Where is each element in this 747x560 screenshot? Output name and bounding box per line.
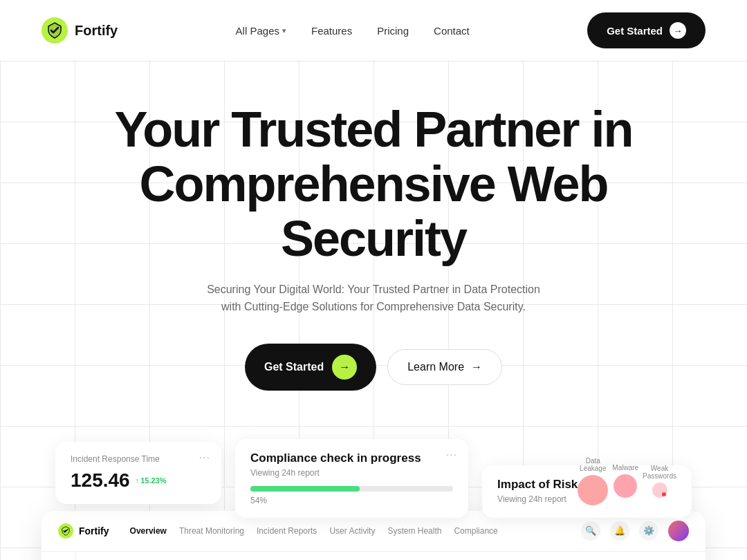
dash-nav-overview[interactable]: Overview xyxy=(130,526,167,536)
bubble-label: Malware xyxy=(612,464,638,472)
hero-buttons: Get Started → Learn More → xyxy=(69,344,678,391)
hero-section: Your Trusted Partner in Comprehensive We… xyxy=(0,61,747,418)
incident-badge: ↑ 15.23% xyxy=(136,476,167,485)
bubble-dot xyxy=(662,492,666,496)
bubble-medium xyxy=(614,474,637,498)
arrow-icon: → xyxy=(670,22,686,39)
bubble-small xyxy=(652,483,667,498)
dashboard-logo-icon xyxy=(58,523,73,539)
progress-bar-fill xyxy=(250,486,360,492)
bubble-label: DataLeakage xyxy=(580,457,606,472)
hero-get-started-button[interactable]: Get Started → xyxy=(245,344,376,391)
nav-link-all-pages[interactable]: All Pages ▾ xyxy=(236,25,286,37)
dashboard-body: ⌂ 📊 ⊞ Data Security Analysis Number of t… xyxy=(42,552,706,560)
incident-response-card: ··· Incident Response Time 125.46 ↑ 15.2… xyxy=(55,442,221,504)
compliance-card: ··· Compliance check in progress Viewing… xyxy=(235,439,468,518)
nav-link-features[interactable]: Features xyxy=(311,25,352,37)
nav-links: All Pages ▾ Features Pricing Contact xyxy=(236,25,470,37)
chevron-down-icon: ▾ xyxy=(282,26,286,35)
nav-link-contact[interactable]: Contact xyxy=(434,25,470,37)
hero-subtitle: Securing Your Digital World: Your Truste… xyxy=(201,281,546,316)
progress-bar-background xyxy=(250,486,453,492)
bubble-large xyxy=(578,475,608,505)
compliance-title: Compliance check in progress xyxy=(250,451,453,465)
dashboard-nav-links: Overview Threat Monitoring Incident Repo… xyxy=(130,526,567,536)
dashboard-sidebar: ⌂ 📊 ⊞ xyxy=(42,552,76,560)
dash-nav-threat[interactable]: Threat Monitoring xyxy=(179,526,244,536)
gear-icon[interactable]: ⚙️ xyxy=(639,521,658,541)
nav-link-pricing[interactable]: Pricing xyxy=(377,25,409,37)
dash-nav-compliance[interactable]: Compliance xyxy=(454,526,497,536)
risk-subtitle: Viewing 24h report xyxy=(497,494,578,504)
bubble-label: WeakPasswords xyxy=(643,465,676,480)
bubble-data-leakage: DataLeakage xyxy=(578,457,608,505)
risk-card: Impact of Risk Viewing 24h report DataLe… xyxy=(482,465,692,518)
hero-title: Your Trusted Partner in Comprehensive We… xyxy=(69,102,678,267)
arrow-circle-icon: → xyxy=(332,355,357,380)
logo-icon xyxy=(42,17,68,44)
bell-icon[interactable]: 🔔 xyxy=(610,521,629,541)
logo-text: Fortify xyxy=(75,23,118,39)
incident-title: Incident Response Time xyxy=(71,454,206,464)
logo[interactable]: Fortify xyxy=(42,17,118,44)
risk-bubbles: DataLeakage Malware WeakPasswords xyxy=(578,457,676,505)
dashboard-nav-icons: 🔍 🔔 ⚙️ xyxy=(581,521,689,541)
floating-cards: ··· Incident Response Time 125.46 ↑ 15.2… xyxy=(42,439,706,518)
dashboard-logo: Fortify xyxy=(58,523,109,539)
bubble-weak-passwords: WeakPasswords xyxy=(643,465,676,498)
navbar: Fortify All Pages ▾ Features Pricing Con… xyxy=(0,0,747,61)
bubble-malware: Malware xyxy=(612,464,638,498)
compliance-subtitle: Viewing 24h report xyxy=(250,468,453,478)
dashboard-card: Fortify Overview Threat Monitoring Incid… xyxy=(42,511,706,560)
dash-nav-health[interactable]: System Health xyxy=(387,526,441,536)
search-icon[interactable]: 🔍 xyxy=(581,521,600,541)
card-menu-icon[interactable]: ··· xyxy=(199,451,210,464)
dashboard-brand: Fortify xyxy=(79,525,109,536)
risk-title: Impact of Risk xyxy=(497,478,578,492)
progress-percentage: 54% xyxy=(250,496,453,505)
avatar[interactable] xyxy=(668,521,689,541)
nav-get-started-button[interactable]: Get Started → xyxy=(587,12,706,48)
incident-value: 125.46 ↑ 15.23% xyxy=(71,469,206,492)
card-menu-icon[interactable]: ··· xyxy=(446,449,457,461)
hero-learn-more-button[interactable]: Learn More → xyxy=(387,349,502,385)
dash-nav-user[interactable]: User Activity xyxy=(329,526,375,536)
preview-area: ··· Incident Response Time 125.46 ↑ 15.2… xyxy=(0,439,747,560)
dash-nav-incidents[interactable]: Incident Reports xyxy=(257,526,317,536)
dashboard-content: Data Security Analysis Number of threats… xyxy=(76,552,706,560)
